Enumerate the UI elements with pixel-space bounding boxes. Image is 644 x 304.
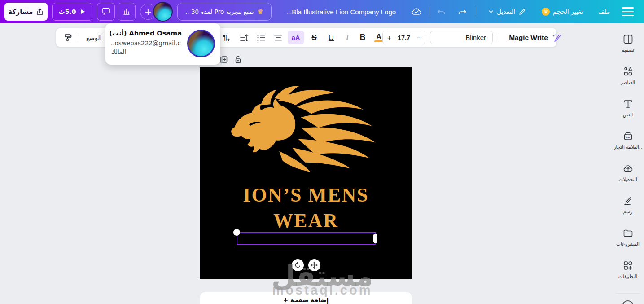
direction-arrow-icon (226, 38, 230, 42)
document-title[interactable]: ...Bla Illustrative Lion Company Logo (275, 0, 407, 23)
owner-tooltip: Ahmed Osama (أنت) ..oswepas222@gmail.c ا… (105, 23, 220, 65)
bold-label: B (360, 33, 366, 42)
bullet-list-button[interactable] (254, 31, 269, 44)
font-size-decrease-button[interactable]: − (417, 34, 421, 41)
comment-bubble-icon (101, 7, 110, 16)
topbar-divider (429, 6, 429, 17)
paint-roller-icon (63, 33, 72, 42)
pro-crown-badge-icon: ♛ (542, 8, 550, 16)
brand-icon: co (622, 131, 634, 142)
copy-style-button[interactable] (60, 31, 75, 44)
more-apps-icon[interactable] (622, 300, 634, 304)
apps-icon (622, 260, 634, 271)
sidebar-item-uploads[interactable]: التحميلات (612, 163, 644, 191)
sidebar-item-brand[interactable]: co العلامة التجار.. (612, 131, 644, 159)
owner-avatar (187, 30, 215, 57)
sidebar-item-projects[interactable]: المشروعات (612, 228, 644, 256)
sidebar-label-design: تصميم (622, 47, 634, 53)
add-page-button[interactable]: + إضافة صفحة (200, 292, 412, 304)
text-case-button[interactable]: aA (288, 31, 304, 44)
sidebar-item-apps[interactable]: التطبيقات (612, 260, 644, 288)
font-size-increase-button[interactable]: + (387, 34, 391, 41)
unlock-icon (233, 55, 243, 64)
pro-trial-button[interactable]: ♛ تمتع بتجربة Pro لمدة 30 .. (177, 3, 272, 21)
move-icon (311, 262, 318, 269)
main-menu-button[interactable] (622, 7, 634, 16)
lion-logo-image[interactable] (221, 83, 391, 187)
pro-trial-label: تمتع بتجربة Pro لمدة 30 .. (185, 8, 254, 15)
sidebar-divider (615, 293, 640, 294)
rotate-handle[interactable] (292, 259, 304, 271)
lock-page-button[interactable] (233, 55, 243, 65)
strikethrough-label: S (311, 33, 316, 42)
present-duration-button[interactable]: 5.0ث (52, 3, 92, 21)
sidebar-item-elements[interactable]: العناصر (612, 66, 644, 94)
edit-mode-label: التعديل (497, 8, 515, 15)
resize-label: تغيير الحجم (553, 8, 583, 15)
font-family-dropdown[interactable]: Blinker (430, 31, 493, 44)
sidebar-item-design[interactable]: تصميم (612, 34, 644, 62)
sidebar-label-text: النص (623, 112, 633, 117)
owner-info: Ahmed Osama (أنت) ..oswepas222@gmail.c ا… (111, 30, 182, 55)
magic-wand-icon (552, 33, 561, 43)
position-label: الوضع (86, 34, 102, 41)
underline-button[interactable]: U (324, 31, 339, 44)
insights-button[interactable] (118, 3, 136, 21)
italic-label: I (346, 33, 349, 42)
file-menu-button[interactable]: ملف (593, 3, 615, 21)
draw-icon (622, 195, 634, 207)
resize-side-handle[interactable] (373, 234, 377, 243)
menu-icon (622, 7, 634, 9)
crown-icon: ♛ (258, 8, 263, 16)
move-handle[interactable] (308, 259, 320, 271)
logo-line-1: ION’S MENS (200, 182, 412, 208)
text-icon (622, 98, 634, 110)
rotate-icon (294, 262, 301, 269)
sidebar-label-elements: العناصر (621, 79, 635, 85)
position-button[interactable]: الوضع (81, 31, 106, 44)
side-panel-nav: تصميم العناصر النص co العلامة التجار (612, 23, 644, 304)
text-case-label: aA (291, 34, 300, 41)
toolbar-divider (78, 33, 78, 42)
comments-button[interactable] (97, 3, 115, 21)
magic-write-button[interactable]: Magic Write (505, 31, 565, 44)
edit-mode-dropdown[interactable]: التعديل (481, 3, 533, 21)
redo-icon (457, 7, 467, 17)
owner-email: ..oswepas222@gmail.c (111, 40, 182, 47)
font-size-value[interactable]: 17.7 (398, 34, 410, 41)
redo-button[interactable] (454, 3, 470, 21)
bar-chart-icon (122, 7, 131, 16)
topbar-divider-2 (476, 6, 476, 17)
align-center-icon (274, 34, 283, 42)
resize-corner-handle[interactable] (233, 229, 240, 236)
resize-button[interactable]: ♛ تغيير الحجم (536, 3, 589, 21)
add-page-label: + إضافة صفحة (283, 296, 329, 304)
chevron-down-icon (488, 9, 494, 14)
user-avatar[interactable] (153, 2, 173, 22)
sidebar-label-projects: المشروعات (616, 241, 640, 247)
selected-text-box[interactable] (237, 232, 376, 245)
owner-name: Ahmed Osama (أنت) (111, 30, 182, 37)
share-button-label: مشاركة (9, 8, 33, 15)
share-icon (36, 8, 44, 15)
bold-button[interactable]: B (355, 31, 370, 44)
cloud-save-button[interactable] (407, 3, 425, 21)
uploads-icon (622, 163, 634, 174)
projects-icon (622, 228, 634, 239)
logo-wordmark[interactable]: ION’S MENS WEAR (200, 182, 412, 234)
font-family-value: Blinker (465, 34, 486, 41)
sidebar-item-text[interactable]: النص (612, 98, 644, 126)
sidebar-item-draw[interactable]: رسم (612, 195, 644, 223)
design-page[interactable]: ION’S MENS WEAR (200, 67, 412, 279)
text-direction-button[interactable]: ¶ (219, 31, 234, 44)
share-button[interactable]: مشاركة (4, 3, 48, 21)
line-spacing-button[interactable] (237, 31, 252, 44)
text-align-button[interactable] (271, 31, 286, 44)
sidebar-label-apps: التطبيقات (618, 273, 638, 279)
undo-button[interactable] (434, 3, 450, 21)
sidebar-label-brand: العلامة التجار.. (613, 144, 642, 150)
pencil-icon (518, 8, 526, 16)
italic-button[interactable]: I (341, 31, 354, 44)
strikethrough-button[interactable]: S (307, 31, 322, 44)
bullet-list-icon (257, 34, 266, 42)
